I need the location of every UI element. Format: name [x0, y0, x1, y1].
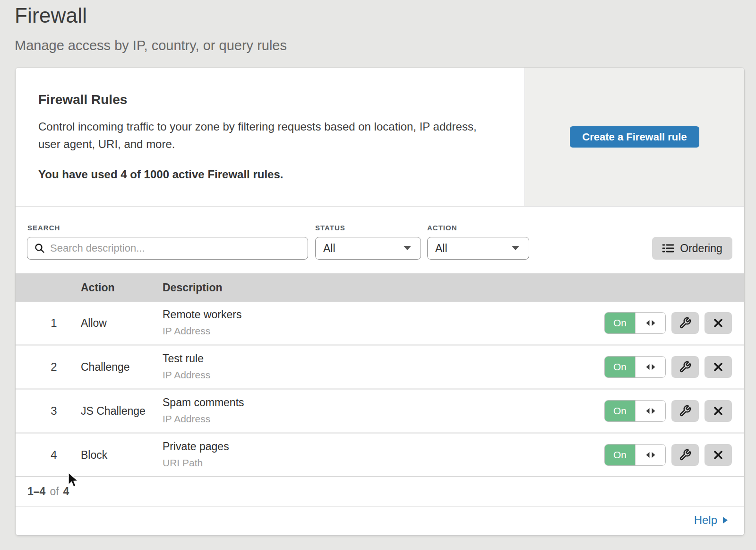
toggle-on-label: On [605, 313, 635, 333]
toggle-on-label: On [605, 445, 635, 465]
help-link[interactable]: Help [694, 514, 728, 527]
left-right-arrows-icon [645, 407, 656, 415]
wrench-icon [679, 361, 691, 373]
rule-description: Test rule [163, 352, 210, 365]
card-heading: Firewall Rules [38, 92, 506, 107]
delete-rule-button[interactable] [704, 356, 732, 378]
rule-action: JS Challenge [81, 390, 163, 432]
rule-enabled-toggle[interactable]: On [604, 400, 666, 422]
close-icon [713, 318, 723, 328]
edit-rule-button[interactable] [671, 444, 699, 466]
page-subtitle: Manage access by IP, country, or query r… [15, 38, 756, 53]
rule-controls: On [604, 356, 732, 378]
table-row: 3 JS Challenge Spam comments IP Address … [16, 390, 744, 432]
wrench-icon [679, 405, 691, 417]
card-description: Control incoming traffic to your zone by… [38, 118, 485, 153]
hero-text: Firewall Rules Control incoming traffic … [16, 68, 524, 206]
search-label: SEARCH [27, 224, 60, 232]
search-input[interactable] [50, 242, 301, 254]
edit-rule-button[interactable] [671, 356, 699, 378]
delete-rule-button[interactable] [704, 444, 732, 466]
rule-match-type: IP Address [163, 413, 244, 425]
pagination: 1–4 of 4 [16, 477, 744, 506]
rule-controls: On [604, 400, 732, 422]
rule-description-cell: Test rule IP Address [163, 352, 210, 381]
chevron-down-icon [403, 245, 412, 251]
action-select[interactable]: All [427, 237, 529, 260]
toggle-handle[interactable] [635, 445, 665, 465]
rule-priority: 1 [27, 302, 81, 344]
table-row: 2 Challenge Test rule IP Address On [16, 346, 744, 388]
chevron-down-icon [511, 245, 520, 251]
pagination-range: 1–4 [27, 485, 45, 498]
rules-list: 1 Allow Remote workers IP Address On [16, 302, 744, 476]
column-header-action: Action [81, 281, 163, 294]
rule-match-type: IP Address [163, 369, 210, 381]
table-header: Action Description [16, 273, 744, 302]
ordering-button-label: Ordering [680, 242, 722, 255]
wrench-icon [679, 449, 691, 461]
wrench-icon [679, 317, 691, 329]
rule-action: Block [81, 434, 163, 476]
search-input-wrapper[interactable] [27, 237, 308, 260]
page-header: Firewall Manage access by IP, country, o… [0, 0, 756, 53]
rule-enabled-toggle[interactable]: On [604, 444, 666, 466]
pagination-separator: of [50, 485, 59, 498]
help-row: Help [16, 506, 744, 534]
ordered-list-icon [662, 243, 674, 254]
delete-rule-button[interactable] [704, 400, 732, 422]
toggle-on-label: On [605, 357, 635, 377]
usage-note: You have used 4 of 1000 active Firewall … [38, 168, 506, 181]
rule-match-type: URI Path [163, 457, 229, 469]
rule-controls: On [604, 444, 732, 466]
table-row: 1 Allow Remote workers IP Address On [16, 302, 744, 344]
rule-description-cell: Spam comments IP Address [163, 396, 244, 425]
left-right-arrows-icon [645, 319, 656, 327]
status-select-value: All [323, 242, 335, 255]
search-icon [34, 243, 45, 254]
left-right-arrows-icon [645, 451, 656, 459]
rule-description-cell: Remote workers IP Address [163, 308, 241, 337]
rule-action: Allow [81, 302, 163, 344]
rule-priority: 2 [27, 346, 81, 388]
hero-section: Firewall Rules Control incoming traffic … [16, 68, 744, 207]
edit-rule-button[interactable] [671, 312, 699, 334]
edit-rule-button[interactable] [671, 400, 699, 422]
rule-description-cell: Private pages URI Path [163, 440, 229, 469]
toggle-handle[interactable] [635, 357, 665, 377]
action-label: ACTION [427, 224, 457, 232]
filters-bar: SEARCH STATUS All ACTION All [16, 207, 744, 273]
close-icon [713, 450, 723, 460]
rule-controls: On [604, 312, 732, 334]
status-label: STATUS [315, 224, 345, 232]
rule-description: Spam comments [163, 396, 244, 409]
toggle-handle[interactable] [635, 401, 665, 421]
rule-description: Remote workers [163, 308, 241, 321]
create-rule-panel: Create a Firewall rule [524, 68, 744, 206]
rule-action: Challenge [81, 346, 163, 388]
delete-rule-button[interactable] [704, 312, 732, 334]
arrow-right-icon [722, 516, 728, 524]
close-icon [713, 406, 723, 416]
toggle-handle[interactable] [635, 313, 665, 333]
close-icon [713, 362, 723, 372]
left-right-arrows-icon [645, 363, 656, 371]
rule-description: Private pages [163, 440, 229, 453]
pagination-total: 4 [63, 485, 69, 498]
help-link-label: Help [694, 514, 717, 527]
ordering-button[interactable]: Ordering [652, 237, 732, 260]
firewall-rules-card: Firewall Rules Control incoming traffic … [16, 68, 744, 535]
page-title: Firewall [15, 4, 756, 27]
rule-enabled-toggle[interactable]: On [604, 356, 666, 378]
rule-enabled-toggle[interactable]: On [604, 312, 666, 334]
table-row: 4 Block Private pages URI Path On [16, 434, 744, 476]
rule-priority: 4 [27, 434, 81, 476]
action-select-value: All [435, 242, 447, 255]
rule-priority: 3 [27, 390, 81, 432]
toggle-on-label: On [605, 401, 635, 421]
column-header-description: Description [163, 281, 223, 294]
rule-match-type: IP Address [163, 325, 241, 337]
create-firewall-rule-button[interactable]: Create a Firewall rule [570, 126, 699, 148]
status-select[interactable]: All [315, 237, 421, 260]
